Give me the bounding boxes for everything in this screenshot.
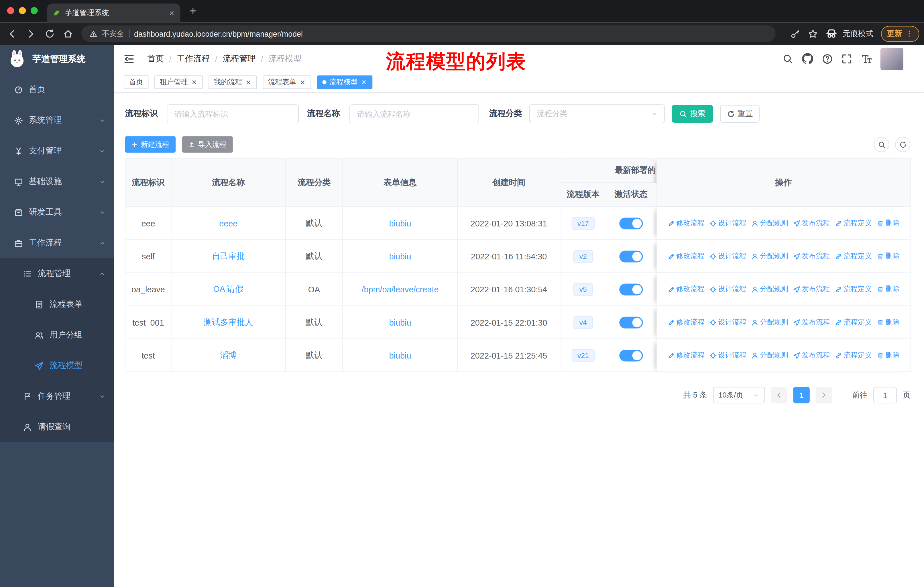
tag-item[interactable]: 流程表单	[263, 75, 311, 89]
reset-button[interactable]: 重置	[720, 105, 760, 123]
sidebar-item[interactable]: 请假查询	[0, 412, 114, 442]
goto-page-input[interactable]	[873, 387, 897, 403]
action-publish-link[interactable]: 发布流程	[793, 317, 830, 327]
action-assign-rule-link[interactable]: 分配规则	[751, 284, 788, 294]
close-icon[interactable]	[191, 79, 198, 86]
breadcrumb-item[interactable]: 工作流程	[177, 53, 210, 64]
traffic-light-zoom[interactable]	[31, 7, 38, 14]
import-process-button[interactable]: 导入流程	[182, 136, 233, 153]
browser-menu-kebab-icon[interactable]	[905, 30, 913, 38]
category-select[interactable]: 流程分类	[529, 104, 665, 123]
form-info-link[interactable]: biubiu	[389, 351, 411, 360]
sidebar-item[interactable]: 首页	[0, 74, 114, 105]
user-avatar[interactable]	[881, 48, 903, 70]
new-tab-icon[interactable]	[188, 7, 197, 15]
action-delete-link[interactable]: 删除	[876, 317, 899, 327]
action-delete-link[interactable]: 删除	[876, 251, 899, 261]
action-delete-link[interactable]: 删除	[876, 284, 899, 294]
security-label[interactable]: 不安全	[102, 29, 124, 39]
action-definition-link[interactable]: 流程定义	[835, 350, 872, 360]
action-assign-rule-link[interactable]: 分配规则	[751, 317, 788, 327]
version-tag[interactable]: v21	[571, 349, 595, 362]
form-info-link[interactable]: biubiu	[389, 251, 411, 261]
key-icon[interactable]	[790, 29, 800, 39]
process-name-link[interactable]: OA 请假	[213, 284, 243, 293]
process-name-link[interactable]: 测试多审批人	[204, 317, 253, 326]
action-publish-link[interactable]: 发布流程	[793, 350, 830, 360]
bookmark-star-icon[interactable]	[808, 29, 818, 39]
create-process-button[interactable]: 新建流程	[125, 136, 176, 153]
active-status-toggle[interactable]	[619, 250, 643, 262]
action-delete-link[interactable]: 删除	[876, 218, 899, 228]
tag-item[interactable]: 租户管理	[154, 75, 203, 89]
process-key-input[interactable]	[167, 104, 299, 123]
action-publish-link[interactable]: 发布流程	[793, 284, 830, 294]
sidebar-item[interactable]: 流程管理	[0, 258, 114, 289]
action-modify-link[interactable]: 修改流程	[667, 251, 705, 261]
tag-item[interactable]: 首页	[124, 75, 148, 89]
tab-close-icon[interactable]	[168, 10, 175, 17]
refresh-table-button[interactable]	[895, 137, 910, 152]
close-icon[interactable]	[361, 79, 367, 86]
action-modify-link[interactable]: 修改流程	[667, 350, 705, 360]
breadcrumb-item[interactable]: 流程管理	[223, 53, 256, 64]
active-status-toggle[interactable]	[619, 217, 643, 229]
tag-item[interactable]: 我的流程	[208, 75, 257, 89]
logo-row[interactable]: 芋道管理系统	[0, 45, 114, 73]
active-status-toggle[interactable]	[619, 349, 643, 361]
action-modify-link[interactable]: 修改流程	[667, 218, 705, 228]
process-name-input[interactable]	[350, 104, 479, 123]
browser-tab[interactable]: 芋道管理系统	[47, 3, 180, 22]
fullscreen-icon[interactable]	[842, 53, 852, 64]
sidebar-item[interactable]: 用户分组	[0, 319, 114, 350]
traffic-light-minimize[interactable]	[19, 7, 26, 14]
action-definition-link[interactable]: 流程定义	[835, 317, 872, 327]
prev-page-button[interactable]	[771, 387, 787, 403]
url-text[interactable]: dashboard.yudao.iocoder.cn/bpm/manager/m…	[134, 29, 303, 38]
update-button[interactable]: 更新	[881, 25, 919, 41]
sidebar-item[interactable]: 研发工具	[0, 197, 114, 228]
process-name-link[interactable]: eeee	[219, 218, 238, 228]
search-icon[interactable]	[782, 53, 793, 64]
form-info-link[interactable]: biubiu	[389, 317, 411, 327]
github-icon[interactable]	[802, 53, 813, 64]
sidebar-item[interactable]: 基础设施	[0, 166, 114, 197]
page-size-select[interactable]: 10条/页	[713, 387, 765, 403]
search-button[interactable]: 搜索	[672, 105, 713, 123]
action-assign-rule-link[interactable]: 分配规则	[751, 218, 788, 228]
action-design-link[interactable]: 设计流程	[709, 218, 746, 228]
active-status-toggle[interactable]	[619, 316, 643, 328]
action-design-link[interactable]: 设计流程	[709, 317, 746, 327]
tag-item[interactable]: 流程模型	[317, 75, 372, 89]
close-icon[interactable]	[245, 79, 252, 86]
toggle-search-button[interactable]	[874, 137, 889, 152]
action-assign-rule-link[interactable]: 分配规则	[751, 251, 788, 261]
process-name-link[interactable]: 滔博	[220, 350, 237, 359]
address-bar[interactable]: 不安全 dashboard.yudao.iocoder.cn/bpm/manag…	[81, 25, 776, 42]
sidebar-fold-icon[interactable]	[123, 53, 135, 64]
close-icon[interactable]	[299, 79, 306, 86]
next-page-button[interactable]	[815, 387, 832, 403]
breadcrumb-item[interactable]: 首页	[147, 53, 164, 64]
action-design-link[interactable]: 设计流程	[709, 284, 746, 294]
action-assign-rule-link[interactable]: 分配规则	[751, 350, 788, 360]
sidebar-item[interactable]: 工作流程	[0, 228, 114, 258]
home-icon[interactable]	[63, 29, 73, 39]
action-modify-link[interactable]: 修改流程	[667, 284, 705, 294]
form-info-link[interactable]: biubiu	[389, 218, 411, 228]
action-publish-link[interactable]: 发布流程	[793, 218, 830, 228]
help-icon[interactable]	[822, 53, 833, 64]
version-tag[interactable]: v2	[573, 250, 592, 263]
traffic-light-close[interactable]	[7, 7, 14, 14]
version-tag[interactable]: v5	[573, 283, 592, 296]
action-design-link[interactable]: 设计流程	[709, 350, 746, 360]
sidebar-item[interactable]: 流程表单	[0, 289, 114, 319]
version-tag[interactable]: v4	[573, 316, 592, 329]
action-publish-link[interactable]: 发布流程	[793, 251, 830, 261]
version-tag[interactable]: v17	[571, 217, 595, 230]
active-status-toggle[interactable]	[619, 283, 643, 295]
action-design-link[interactable]: 设计流程	[709, 251, 746, 261]
page-1-button[interactable]: 1	[793, 387, 810, 403]
font-size-icon[interactable]	[861, 53, 871, 64]
action-definition-link[interactable]: 流程定义	[835, 218, 872, 228]
